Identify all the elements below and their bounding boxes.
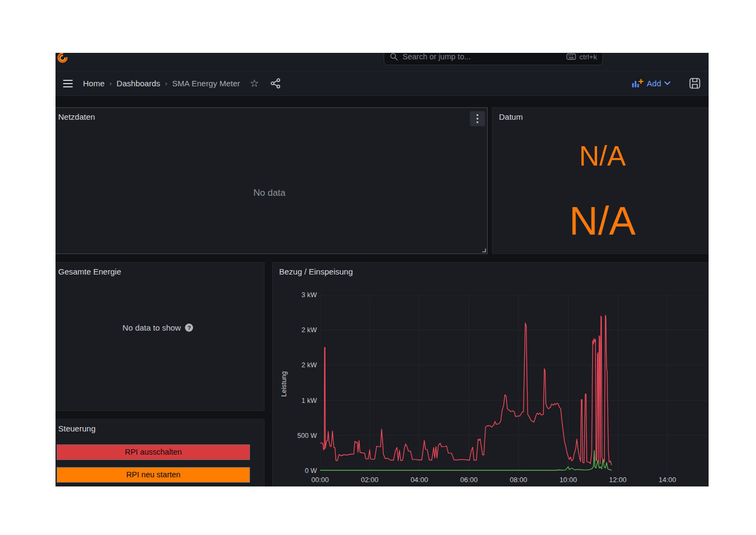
help-icon[interactable]: ? [185, 324, 193, 332]
netzdaten-no-data-text: No data [253, 188, 286, 198]
datum-stat-value-bottom: N/A [493, 198, 709, 244]
panel-netzdaten-title[interactable]: Netzdaten [58, 112, 95, 121]
breadcrumb-home[interactable]: Home [83, 79, 105, 88]
add-button[interactable]: Add [632, 79, 670, 88]
page-background: Search or jump to... ctrl+k Home › Dashb… [0, 0, 756, 535]
panel-netzdaten: Netzdaten No data [56, 107, 488, 254]
series-einspeisung [320, 450, 612, 470]
save-dashboard-button[interactable] [689, 77, 701, 90]
panel-datum: Datum N/A N/A [492, 107, 709, 254]
grafana-window: Search or jump to... ctrl+k Home › Dashb… [56, 53, 709, 486]
search-placeholder: Search or jump to... [403, 53, 566, 61]
rpi-neu-starten-button[interactable]: RPI neu starten [57, 467, 250, 483]
breadcrumb-separator: › [165, 79, 167, 87]
breadcrumb-separator: › [109, 79, 112, 87]
panel-gesamte-energie: Gesamte Energie No data to show ? [56, 262, 265, 411]
keyboard-icon [566, 53, 576, 60]
panel-steuerung: Steuerung RPI ausschalten RPI neu starte… [56, 419, 265, 486]
panel-bezug-title[interactable]: Bezug / Einspeisung [279, 267, 353, 276]
breadcrumb-current-dashboard: SMA Energy Meter [172, 79, 240, 88]
panel-menu-kebab-icon[interactable] [470, 111, 485, 126]
save-icon [689, 77, 701, 90]
search-icon [390, 53, 398, 61]
grafana-logo [57, 53, 68, 64]
search-shortcut: ctrl+k [566, 53, 597, 61]
nav-bar: Home › Dashboards › SMA Energy Meter ☆ [56, 71, 709, 96]
search-input[interactable]: Search or jump to... ctrl+k [384, 53, 603, 65]
panel-resize-handle[interactable] [482, 248, 486, 252]
add-button-label: Add [647, 79, 661, 88]
share-icon[interactable] [270, 78, 281, 89]
series-bezug [320, 315, 612, 465]
panel-datum-title[interactable]: Datum [499, 112, 523, 121]
menu-icon[interactable] [63, 80, 73, 87]
search-shortcut-label: ctrl+k [579, 53, 597, 61]
nav-actions: Add [632, 77, 701, 90]
panel-steuerung-title[interactable]: Steuerung [58, 424, 95, 433]
gesamte-no-data-text: No data to show ? [122, 323, 193, 332]
top-bar: Search or jump to... ctrl+k [56, 53, 709, 71]
chevron-down-icon [664, 81, 670, 85]
datum-stat-value-top: N/A [493, 138, 709, 174]
add-panel-icon [632, 79, 643, 88]
panel-gesamte-energie-title[interactable]: Gesamte Energie [58, 267, 121, 276]
breadcrumb-dashboards[interactable]: Dashboards [116, 79, 160, 88]
star-icon[interactable]: ☆ [249, 78, 259, 88]
rpi-ausschalten-button[interactable]: RPI ausschalten [57, 444, 250, 460]
timeseries-plot-area[interactable] [320, 295, 709, 471]
